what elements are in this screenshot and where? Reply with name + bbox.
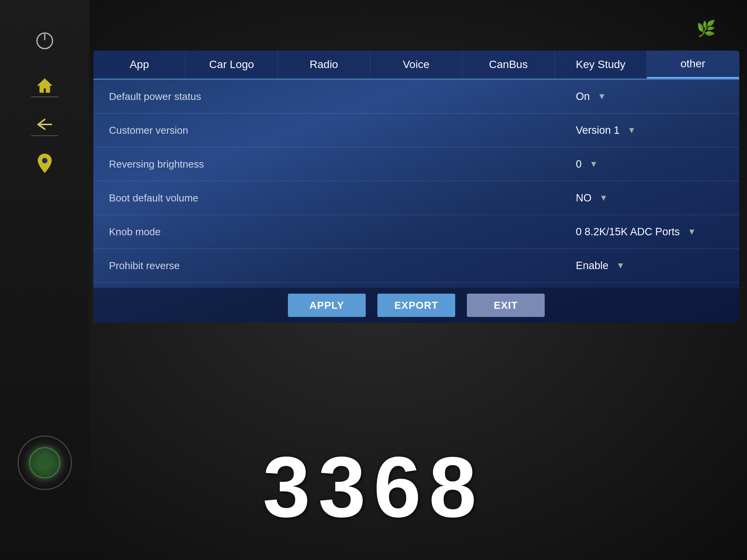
tab-car-logo[interactable]: Car Logo [186,51,278,79]
setting-row-boot-default-volume: Boot default volume NO ▼ [93,181,739,215]
setting-label-knob-mode: Knob mode [109,226,576,238]
setting-row-customer-version: Customer version Version 1 ▼ [93,114,739,147]
dropdown-arrow-prohibit-reverse: ▼ [616,261,625,271]
svg-point-4 [42,158,47,163]
setting-value-text-customer-version: Version 1 [576,124,620,136]
left-panel [0,0,89,560]
dropdown-arrow-knob-mode: ▼ [687,227,696,237]
setting-value-knob-mode[interactable]: 0 8.2K/15K ADC Ports ▼ [576,226,724,238]
tab-canbus[interactable]: CanBus [463,51,555,79]
settings-area: Default power status On ▼ Customer versi… [93,80,739,288]
setting-value-text-reversing-brightness: 0 [576,158,582,170]
power-icon[interactable] [35,31,54,51]
svg-marker-2 [37,79,52,93]
setting-value-reversing-brightness[interactable]: 0 ▼ [576,158,724,170]
setting-row-reversing-brightness: Reversing brightness 0 ▼ [93,147,739,181]
main-screen: App Car Logo Radio Voice CanBus Key Stud… [93,51,739,323]
back-button[interactable] [31,117,58,136]
tab-key-study[interactable]: Key Study [555,51,647,79]
tab-app[interactable]: App [93,51,186,79]
export-button[interactable]: EXPORT [377,294,455,317]
setting-label-reversing-brightness: Reversing brightness [109,158,576,170]
bottom-number: 3368 [263,438,484,537]
leaf-icon: 🌿 [696,19,716,38]
setting-label-prohibit-reverse: Prohibit reverse [109,260,576,272]
button-bar: APPLY EXPORT EXIT [93,288,739,323]
apply-button[interactable]: APPLY [288,294,366,317]
top-right-decoration: 🌿 [696,19,716,38]
dropdown-arrow-reversing-brightness: ▼ [589,159,598,169]
setting-value-text-default-power-status: On [576,91,590,103]
setting-value-customer-version[interactable]: Version 1 ▼ [576,124,724,136]
map-button[interactable] [31,156,58,175]
home-button[interactable] [31,78,58,97]
exit-button[interactable]: EXIT [467,294,545,317]
dropdown-arrow-customer-version: ▼ [628,125,636,135]
setting-row-partial: . . 0dh ⬇ [93,283,739,288]
tab-radio[interactable]: Radio [278,51,370,79]
dropdown-arrow-boot-default-volume: ▼ [600,193,608,203]
setting-row-default-power-status: Default power status On ▼ [93,80,739,114]
knob-control[interactable] [18,436,72,490]
setting-row-knob-mode: Knob mode 0 8.2K/15K ADC Ports ▼ [93,215,739,249]
setting-value-boot-default-volume[interactable]: NO ▼ [576,192,724,204]
side-nav-buttons [31,78,58,175]
setting-label-customer-version: Customer version [109,124,576,136]
setting-row-prohibit-reverse: Prohibit reverse Enable ▼ [93,249,739,283]
setting-label-boot-default-volume: Boot default volume [109,192,576,204]
setting-value-prohibit-reverse[interactable]: Enable ▼ [576,260,724,272]
tab-other[interactable]: other [647,51,739,79]
dropdown-arrow-default-power-status: ▼ [598,91,606,102]
setting-value-default-power-status[interactable]: On ▼ [576,91,724,103]
setting-value-text-knob-mode: 0 8.2K/15K ADC Ports [576,226,680,238]
setting-value-text-prohibit-reverse: Enable [576,260,608,272]
tab-bar: App Car Logo Radio Voice CanBus Key Stud… [93,51,739,80]
setting-label-default-power-status: Default power status [109,91,576,103]
setting-value-text-boot-default-volume: NO [576,192,592,204]
tab-voice[interactable]: Voice [370,51,462,79]
knob-inner [29,447,60,478]
